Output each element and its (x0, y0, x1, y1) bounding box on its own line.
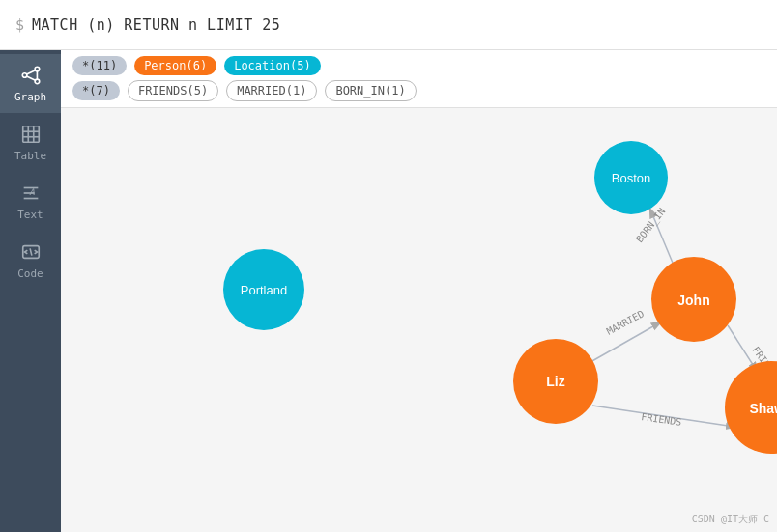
text-label: Text (17, 209, 43, 221)
graph-label: Graph (14, 91, 46, 103)
svg-point-0 (22, 73, 27, 78)
node-shawn-label: Shawn (749, 401, 777, 416)
query-bar: $ MATCH (n) RETURN n LIMIT 25 (0, 0, 777, 50)
svg-line-4 (26, 76, 35, 80)
code-label: Code (17, 267, 43, 280)
node-boston-label: Boston (612, 171, 650, 185)
node-portland-label: Portland (241, 283, 287, 297)
sidebar-item-text[interactable]: A Text (0, 172, 61, 231)
tag-married[interactable]: MARRIED(1) (226, 80, 317, 101)
svg-rect-6 (22, 126, 39, 143)
svg-text:A: A (29, 186, 35, 197)
tag-person[interactable]: Person(6) (134, 56, 216, 75)
tag-location[interactable]: Location(5) (224, 56, 320, 75)
tag-friends[interactable]: FRIENDS(5) (128, 80, 218, 101)
right-panel: *(11) Person(6) Location(5) *(7) FRIENDS… (61, 50, 777, 532)
tag-row-1: *(11) Person(6) Location(5) (72, 56, 765, 75)
sidebar-item-graph[interactable]: Graph (0, 54, 61, 113)
tag-row-2: *(7) FRIENDS(5) MARRIED(1) BORN_IN(1) (72, 80, 765, 101)
code-icon (19, 240, 43, 264)
table-label: Table (14, 150, 46, 162)
tag-all-nodes[interactable]: *(11) (72, 56, 127, 75)
tag-bar: *(11) Person(6) Location(5) *(7) FRIENDS… (61, 50, 777, 108)
text-icon: A (19, 182, 43, 205)
edge-married-label: MARRIED (605, 308, 646, 337)
tag-all-rels[interactable]: *(7) (72, 81, 120, 100)
graph-canvas[interactable]: BORN_IN MARRIED FRIENDS FRIENDS Boston P… (61, 108, 777, 532)
svg-line-16 (30, 248, 32, 255)
node-liz-label: Liz (546, 374, 564, 389)
graph-icon (19, 64, 43, 87)
sidebar-item-code[interactable]: Code (0, 231, 61, 290)
dollar-sign: $ (15, 16, 24, 34)
sidebar: Graph Table A (0, 50, 61, 532)
main-area: Graph Table A (0, 50, 777, 532)
query-text: MATCH (n) RETURN n LIMIT 25 (32, 16, 280, 34)
edge-friends-liz-label: FRIENDS (641, 411, 682, 428)
watermark: CSDN @IT大师 C (692, 513, 769, 526)
table-icon (19, 123, 43, 146)
tag-born-in[interactable]: BORN_IN(1) (325, 80, 416, 101)
svg-line-3 (26, 70, 35, 74)
node-john-label: John (677, 293, 709, 308)
sidebar-item-table[interactable]: Table (0, 113, 61, 172)
